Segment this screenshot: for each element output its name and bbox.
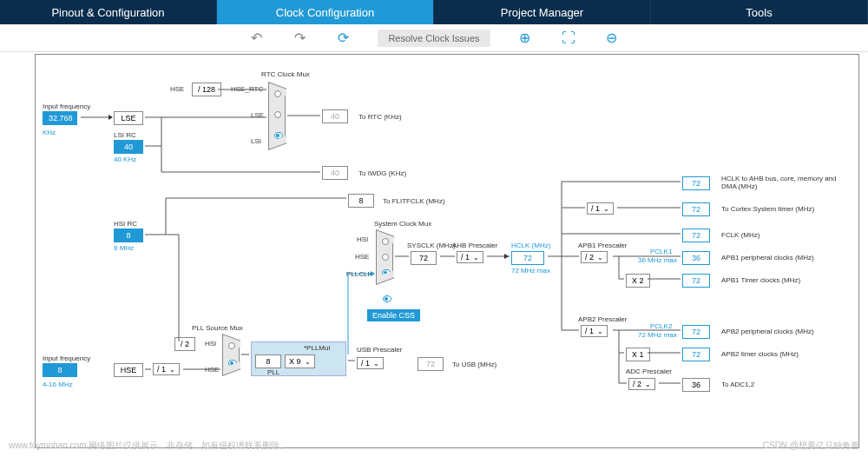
- label-fclk: FCLK (MHz): [721, 231, 760, 239]
- label-hse-rtc-src: HSE: [170, 85, 184, 93]
- label-khz: KHz: [43, 129, 56, 136]
- hse-box: HSE: [114, 363, 143, 377]
- sysclk-value: 72: [411, 251, 437, 265]
- usb-value: 72: [418, 357, 444, 371]
- flitfclk-value: 8: [348, 194, 374, 208]
- apb1-div-select[interactable]: / 2: [581, 251, 608, 263]
- rtc-mux[interactable]: [268, 88, 286, 144]
- pll-radio-hse[interactable]: [228, 360, 237, 367]
- rtc-radio-lse[interactable]: [274, 111, 281, 118]
- adc-div-select[interactable]: / 2: [628, 378, 655, 390]
- tab-project[interactable]: Project Manager: [434, 0, 651, 24]
- clock-diagram: Input frequency 32.768 KHz LSE LSI RC 40…: [35, 54, 859, 448]
- refresh-icon[interactable]: ⟳: [334, 30, 352, 47]
- label-hclk-max: 72 MHz max: [511, 267, 550, 275]
- undo-icon[interactable]: ↶: [247, 30, 265, 47]
- label-apb1-timer: APB1 Timer clocks (MHz): [721, 276, 800, 284]
- label-apb2-pre: APB2 Prescaler: [578, 315, 627, 323]
- label-sys-hsi: HSI: [357, 235, 368, 243]
- pll-box: *PLLMul 8 X 9 PLL: [251, 341, 346, 376]
- label-pll: PLL: [267, 368, 279, 376]
- pll-radio-hsi[interactable]: [228, 342, 235, 349]
- label-apb2-periph: APB2 peripheral clocks (MHz): [721, 328, 814, 335]
- label-hsi-mhz: 8 MHz: [114, 244, 134, 252]
- lse-box: LSE: [114, 111, 143, 125]
- label-pclk2: PCLK2: [650, 322, 672, 330]
- label-pllmul: *PLLMul: [304, 344, 330, 352]
- apb1-timer-value: 72: [682, 274, 710, 288]
- label-ahb-pre: AHB Prescaler: [452, 242, 497, 249]
- fit-icon[interactable]: ⛶: [560, 30, 577, 47]
- zoom-out-icon[interactable]: ⊖: [603, 30, 621, 47]
- sys-mux[interactable]: [376, 235, 393, 279]
- sys-radio-pll[interactable]: [382, 269, 391, 276]
- rtc-value: 40: [322, 109, 348, 123]
- label-lsi-line: LSI: [251, 137, 261, 145]
- pclk1-value: 36: [682, 251, 710, 265]
- tab-pinout[interactable]: Pinout & Configuration: [0, 0, 217, 24]
- label-apb2-timer: APB2 timer clocks (MHz): [721, 350, 799, 358]
- tab-clock[interactable]: Clock Configuration: [217, 0, 434, 24]
- hsi-box: 8: [114, 228, 143, 242]
- redo-icon[interactable]: ↷: [291, 30, 308, 47]
- label-rtc-mux: RTC Clock Mux: [261, 70, 310, 78]
- main-tabs: Pinout & Configuration Clock Configurati…: [0, 0, 868, 24]
- watermark-left: www.toymoban.com 网络图片仅供展示，非存储，如有侵权请联系删除。: [9, 440, 288, 452]
- label-sysclk: SYSCLK (MHz): [407, 242, 456, 249]
- sys-radio-hsi[interactable]: [382, 238, 389, 245]
- label-lsi-rc: LSI RC: [114, 131, 136, 139]
- label-lsi-khz: 40 KHz: [114, 156, 136, 163]
- label-hse-range: 4-16 MHz: [43, 381, 73, 388]
- label-sys-pllclk: PLLCLK: [346, 270, 372, 278]
- label-sys-mux: System Clock Mux: [374, 220, 431, 228]
- label-pclk2-max: 72 MHz max: [638, 331, 677, 339]
- css-radio[interactable]: [383, 295, 391, 302]
- label-apb1-periph: APB1 peripheral clocks (MHz): [721, 254, 814, 262]
- hclk-value[interactable]: 72: [511, 251, 544, 265]
- fclk-value: 72: [682, 228, 710, 242]
- label-hsi-rc: HSI RC: [114, 220, 137, 228]
- apb2-x1: X 1: [626, 348, 650, 361]
- label-to-adc: To ADC1,2: [721, 381, 754, 388]
- iwdg-value: 40: [322, 166, 348, 180]
- hse-input[interactable]: 8: [43, 363, 77, 377]
- lsi-box: 40: [114, 140, 143, 154]
- label-input-freq: Input frequency: [43, 103, 90, 110]
- toolbar: ↶ ↷ ⟳ Resolve Clock Issues ⊕ ⛶ ⊖: [0, 24, 868, 52]
- sys-radio-hse[interactable]: [382, 254, 389, 261]
- label-lse-line: LSE: [251, 111, 264, 119]
- label-to-iwdg: To IWDG (KHz): [358, 169, 406, 177]
- label-sys-hse: HSE: [355, 253, 369, 261]
- zoom-in-icon[interactable]: ⊕: [516, 30, 534, 47]
- label-apb1-pre: APB1 Prescaler: [578, 242, 627, 249]
- label-hse-rtc: HSE_RTC: [231, 85, 263, 93]
- label-to-usb: To USB (MHz): [452, 361, 496, 368]
- pllmul-select[interactable]: X 9: [285, 354, 315, 368]
- label-hclk-ahb: HCLK to AHB bus, core, memory and DMA (M…: [721, 175, 843, 190]
- cortex-div-select[interactable]: / 1: [587, 202, 614, 215]
- usb-div-select[interactable]: / 1: [357, 357, 384, 369]
- apb2-div-select[interactable]: / 1: [581, 325, 608, 337]
- rtc-radio-hse[interactable]: [274, 90, 281, 97]
- apb1-x2: X 2: [626, 274, 650, 288]
- label-pclk1-max: 36 MHz max: [638, 256, 677, 264]
- div2-box: / 2: [174, 337, 195, 351]
- tab-tools[interactable]: Tools: [651, 0, 868, 24]
- label-pll-src: PLL Source Mux: [192, 324, 243, 332]
- apb2-timer-value: 72: [682, 348, 710, 361]
- adc-value: 36: [682, 378, 710, 392]
- lse-input[interactable]: 32.768: [43, 111, 77, 125]
- ahb-div-select[interactable]: / 1: [457, 251, 483, 263]
- rtc-radio-lsi[interactable]: [274, 132, 283, 139]
- enable-css-button[interactable]: Enable CSS: [367, 309, 420, 321]
- pclk2-value: 72: [682, 325, 710, 339]
- label-adc-pre: ADC Prescaler: [626, 368, 672, 375]
- pll-src-mux[interactable]: [222, 340, 240, 370]
- hse-div-select[interactable]: / 1: [153, 363, 180, 375]
- label-flitfclk: To FLITFCLK (MHz): [383, 197, 445, 205]
- resolve-button[interactable]: Resolve Clock Issues: [378, 30, 490, 47]
- label-input-freq2: Input frequency: [43, 354, 90, 362]
- label-hclk: HCLK (MHz): [511, 242, 550, 249]
- label-usb-pre: USB Prescaler: [357, 346, 402, 354]
- pll-value: 8: [255, 354, 281, 368]
